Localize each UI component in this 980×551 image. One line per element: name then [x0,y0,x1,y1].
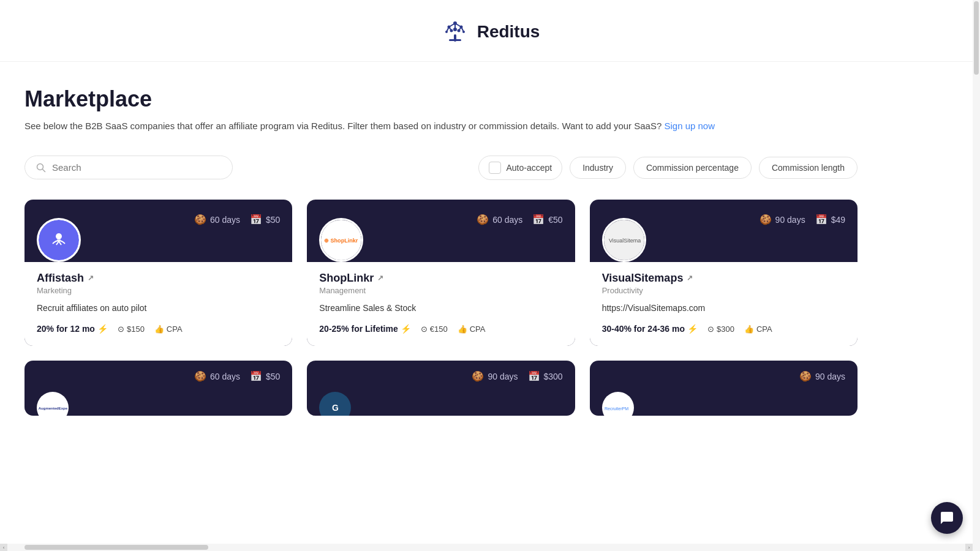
svg-line-18 [43,169,45,171]
svg-line-11 [455,23,461,27]
partial-price-1: 📅 $50 [250,370,280,382]
svg-text:AugmentedExperts: AugmentedExperts [39,407,67,410]
partial-card-top-2: 🍪 90 days 📅 $300 [307,361,575,392]
partial-card-graphy: 🍪 90 days 📅 $300 G [307,361,575,416]
partial-logo-2: G [319,392,351,416]
partial-card-top-3: 🍪 90 days [590,361,858,392]
partial-cards-row: 🍪 60 days 📅 $50 AugmentedExperts [24,361,858,416]
partial-logo-row-1: AugmentedExperts [24,392,292,416]
svg-text:VisualSitemaps: VisualSitemaps [609,238,641,244]
commission-rate-affistash: 20% for 12 mo ⚡ [37,324,108,334]
card-logo-affistash [37,218,81,262]
card-tagline-shoplinkr: Streamline Sales & Stock [319,302,562,315]
logo-text: Reditus [477,22,540,42]
model-affistash: 👍 CPA [154,324,183,334]
cookie-icon-p1: 🍪 [194,370,206,382]
calendar-icon-p2: 📅 [528,370,540,382]
partial-cookie-days-3: 🍪 90 days [799,370,845,382]
partial-logo-3: RecruiterPM [602,392,634,416]
calendar-icon-p1: 📅 [250,370,262,382]
card-shoplinkr: 🍪 60 days 📅 €50 ⊕ ShopLinkr [307,200,575,347]
card-affistash: 🍪 60 days 📅 $50 [24,200,292,347]
scrollbar-thumb[interactable] [974,1,979,75]
auto-accept-toggle[interactable] [489,162,501,174]
external-link-icon-2[interactable]: ↗ [377,274,383,282]
page-title: Marketplace [24,86,858,112]
partial-cookie-days-1: 🍪 60 days [194,370,240,382]
card-commission-affistash: 20% for 12 mo ⚡ ⊙ $150 👍 CPA [37,324,280,334]
cookie-icon-p3: 🍪 [799,370,812,382]
card-logo-visualsitemaps: VisualSitemaps [602,218,646,262]
lightning-icon: ⚡ [97,324,108,334]
payout-icon: ⊙ [118,324,124,334]
filter-group: Auto-accept Industry Commission percenta… [478,156,858,180]
model-shoplinkr: 👍 CPA [458,324,486,334]
svg-line-10 [449,23,455,27]
external-link-icon-3[interactable]: ↗ [687,274,693,282]
partial-cookie-days-2: 🍪 90 days [472,370,518,382]
partial-card-top-1: 🍪 60 days 📅 $50 [24,361,292,392]
logo-area: Reditus [440,17,540,47]
svg-text:RecruiterPM: RecruiterPM [605,407,628,411]
shoplinkr-logo-image: ⊕ ShopLinkr [321,220,361,260]
card-logo-shoplinkr: ⊕ ShopLinkr [319,218,363,262]
commission-length-filter-button[interactable]: Commission length [759,157,858,179]
cookie-icon-3: 🍪 [760,214,772,225]
main-content: Marketplace See below the B2B SaaS compa… [0,62,882,416]
cookie-icon-p2: 🍪 [472,370,484,382]
cookie-icon-2: 🍪 [477,214,489,225]
card-category-visualsitemaps: Productivity [602,286,845,295]
svg-line-22 [59,241,61,245]
card-commission-visualsitemaps: 30-40% for 24-36 mo ⚡ ⊙ $300 👍 CPA [602,324,845,334]
calendar-icon-2: 📅 [532,214,545,225]
page-description: See below the B2B SaaS companies that of… [24,119,858,133]
calendar-icon: 📅 [250,214,262,225]
thumbs-icon-3: 👍 [744,324,754,334]
cards-grid: 🍪 60 days 📅 $50 [24,200,858,347]
search-icon [36,163,46,173]
header: Reditus [0,0,980,62]
card-category-affistash: Marketing [37,286,280,295]
search-container [24,156,233,179]
industry-filter-button[interactable]: Industry [570,157,626,179]
lightning-icon-2: ⚡ [401,324,411,334]
commission-percentage-filter-button[interactable]: Commission percentage [633,157,752,179]
auto-accept-button[interactable]: Auto-accept [478,156,562,180]
card-body-shoplinkr: ShopLinkr ↗ Management Streamline Sales … [307,262,575,347]
partial-card-augmented-experts: 🍪 60 days 📅 $50 AugmentedExperts [24,361,292,416]
filters-row: Auto-accept Industry Commission percenta… [24,156,858,180]
thumbs-icon-2: 👍 [458,324,467,334]
partial-price-2: 📅 $300 [528,370,563,382]
min-payout-visualsitemaps: ⊙ $300 [707,324,734,334]
cookie-icon: 🍪 [194,214,206,225]
min-payout-shoplinkr: ⊙ €150 [421,324,448,334]
reditus-logo-icon [440,17,470,47]
svg-text:⊕ ShopLinkr: ⊕ ShopLinkr [324,238,358,244]
commission-rate-shoplinkr: 20-25% for Lifetime ⚡ [319,324,410,334]
card-name-visualsitemaps: VisualSitemaps ↗ [602,272,845,285]
card-tagline-visualsitemaps: https://VisualSitemaps.com [602,302,845,315]
partial-logo-row-2: G [307,392,575,416]
partial-card-recruiterpm: 🍪 90 days RecruiterPM [590,361,858,416]
visualsitemaps-logo-image: VisualSitemaps [604,220,644,260]
card-name-shoplinkr: ShopLinkr ↗ [319,272,562,285]
calendar-icon-3: 📅 [815,214,827,225]
card-tagline-affistash: Recruit affiliates on auto pilot [37,302,280,315]
external-link-icon[interactable]: ↗ [88,274,94,282]
payout-icon-2: ⊙ [421,324,428,334]
search-input[interactable] [52,162,221,173]
card-visualsitemaps: 🍪 90 days 📅 $49 VisualSitemaps [590,200,858,347]
commission-rate-visualsitemaps: 30-40% for 24-36 mo ⚡ [602,324,698,334]
svg-rect-9 [449,39,461,41]
card-commission-shoplinkr: 20-25% for Lifetime ⚡ ⊙ €150 👍 CPA [319,324,562,334]
payout-icon-3: ⊙ [707,324,714,334]
lightning-icon-3: ⚡ [687,324,698,334]
card-body-affistash: Affistash ↗ Marketing Recruit affiliates… [24,262,292,347]
thumbs-icon: 👍 [154,324,164,334]
signup-link[interactable]: Sign up now [664,121,715,131]
vertical-scrollbar[interactable] [973,0,980,428]
partial-logo-row-3: RecruiterPM [590,392,858,416]
card-category-shoplinkr: Management [319,286,562,295]
affistash-logo-image [39,220,79,260]
card-body-visualsitemaps: VisualSitemaps ↗ Productivity https://Vi… [590,262,858,347]
